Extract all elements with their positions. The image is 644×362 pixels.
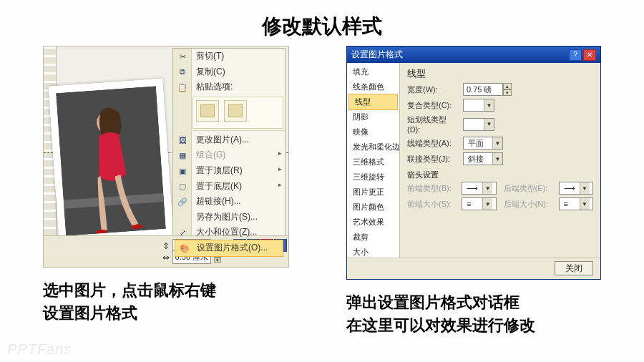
dialog-titlebar: 设置图片格式 ? ✕ [347, 47, 600, 63]
menu-cut[interactable]: ✂ 剪切(T) [173, 49, 285, 64]
sidebar-item-12[interactable]: 大小 [347, 245, 399, 258]
arrow-begin-type-combo[interactable]: ⟶▼ [462, 182, 496, 195]
menu-copy-label: 复制(C) [196, 67, 225, 77]
format-icon: 🎨 [179, 243, 190, 254]
sidebar-item-6[interactable]: 三维格式 [347, 155, 399, 170]
right-caption: 弹出设置图片格式对话框 在这里可以对效果进行修改 [346, 291, 601, 337]
dialog-main-panel: 线型 宽度(W): 0.75 磅 ▴▾ 复合类型(C): ▼ [400, 63, 600, 258]
menu-save-as-picture-label: 另存为图片(S)... [196, 212, 258, 222]
chevron-down-icon[interactable]: ▼ [492, 137, 502, 149]
left-column: ✂ 剪切(T) ⧉ 复制(C) 📋 粘贴选项: 🖼 [43, 46, 289, 337]
spin-up-icon[interactable]: ▴ [503, 83, 512, 89]
compound-type-combo[interactable]: ▼ [463, 99, 494, 112]
left-screenshot: ✂ 剪切(T) ⧉ 复制(C) 📋 粘贴选项: 🖼 [43, 46, 289, 268]
sidebar-item-8[interactable]: 图片更正 [347, 185, 399, 200]
sidebar-item-3[interactable]: 阴影 [347, 109, 399, 124]
cap-type-combo[interactable]: 平面 ▼ [463, 137, 503, 150]
sidebar-item-4[interactable]: 映像 [347, 124, 399, 140]
paste-option-2[interactable] [224, 100, 247, 122]
cap-label: 线端类型(A): [407, 138, 459, 149]
arrow-begin-type-label: 前端类型(B): [407, 183, 454, 194]
menu-send-back-label: 置于底层(K) [196, 181, 242, 191]
menu-hyperlink[interactable]: 🔗 超链接(H)... [173, 194, 285, 210]
arrow-settings-grid: 前端类型(B): ⟶▼ 后端类型(E): ⟶▼ 前端大小(S): ≡▼ 后端大小… [407, 182, 593, 210]
paste-options-panel [192, 97, 283, 129]
menu-group-label: 组合(G) [196, 150, 225, 160]
chevron-right-icon: ▸ [278, 165, 282, 174]
right-column: 设置图片格式 ? ✕ 填充线条颜色线型阴影映像发光和柔化边缘三维格式三维旋转图片… [346, 46, 601, 337]
menu-size-position[interactable]: ⤢ 大小和位置(Z)... [173, 225, 285, 240]
arrow-end-type-combo[interactable]: ⟶▼ [559, 182, 593, 195]
menu-format-picture[interactable]: 🎨 设置图片格式(O)... [175, 240, 283, 257]
chevron-down-icon[interactable]: ▼ [492, 153, 502, 165]
chevron-right-icon: ▸ [278, 181, 282, 190]
close-icon[interactable]: ✕ [583, 49, 596, 61]
paste-option-1[interactable] [196, 100, 219, 122]
send-back-icon: ▢ [177, 181, 188, 192]
menu-paste-label: 粘贴选项: [196, 82, 233, 92]
dialog-footer: 关闭 [347, 258, 600, 279]
picture-icon: 🖼 [177, 134, 188, 146]
menu-bring-front[interactable]: ▣ 置于顶层(R) ▸ [173, 163, 285, 179]
bring-front-icon: ▣ [177, 165, 188, 177]
arrow-end-size-combo[interactable]: ≡▼ [559, 197, 593, 210]
cap-value: 平面 [464, 138, 492, 149]
sidebar-item-1[interactable]: 线条颜色 [347, 79, 399, 94]
menu-change-picture[interactable]: 🖼 更改图片(A)... [173, 132, 285, 148]
close-button[interactable]: 关闭 [555, 261, 593, 275]
sidebar-item-11[interactable]: 裁剪 [347, 230, 399, 245]
arrow-begin-size-combo[interactable]: ≡▼ [462, 197, 496, 210]
dash-type-combo[interactable]: ▼ [463, 118, 494, 131]
width-label: 宽度(W): [407, 84, 459, 95]
arrow-heading: 箭头设置 [407, 170, 593, 180]
scissors-icon: ✂ [177, 51, 188, 62]
panel-heading: 线型 [407, 67, 593, 80]
selected-picture[interactable] [49, 79, 174, 244]
width-icon: ⇔ [162, 253, 170, 263]
menu-copy[interactable]: ⧉ 复制(C) [173, 64, 285, 80]
menu-cut-label: 剪切(T) [196, 51, 224, 61]
sidebar-item-10[interactable]: 艺术效果 [347, 215, 399, 230]
line-width-value[interactable]: 0.75 磅 [463, 83, 503, 96]
line-width-spinner[interactable]: 0.75 磅 ▴▾ [463, 83, 512, 96]
menu-format-picture-label: 设置图片格式(O)... [197, 243, 268, 253]
spin-down-icon[interactable]: ▾ [503, 89, 512, 96]
dialog-title-text: 设置图片格式 [351, 49, 403, 61]
compound-label: 复合类型(C): [407, 100, 459, 111]
size-icon: ⤢ [177, 227, 188, 238]
sidebar-item-0[interactable]: 填充 [347, 64, 399, 79]
menu-paste-header: 📋 粘贴选项: [173, 79, 285, 95]
menu-size-position-label: 大小和位置(Z)... [196, 227, 257, 237]
height-icon: ⇕ [162, 241, 170, 251]
right-caption-line1: 弹出设置图片格式对话框 [346, 291, 601, 314]
watermark: PPTFans [7, 341, 72, 358]
format-picture-dialog: 设置图片格式 ? ✕ 填充线条颜色线型阴影映像发光和柔化边缘三维格式三维旋转图片… [346, 46, 601, 280]
menu-group: ▦ 组合(G) ▸ [173, 147, 285, 163]
arrow-end-size-label: 后端大小(N): [504, 199, 552, 210]
link-icon: 🔗 [177, 196, 188, 207]
chevron-down-icon[interactable]: ▼ [484, 119, 494, 130]
right-caption-line2: 在这里可以对效果进行修改 [346, 314, 601, 337]
sidebar-item-2[interactable]: 线型 [348, 94, 398, 110]
menu-send-back[interactable]: ▢ 置于底层(K) ▸ [173, 179, 285, 195]
context-menu: ✂ 剪切(T) ⧉ 复制(C) 📋 粘贴选项: 🖼 [172, 48, 286, 257]
dialog-sidebar: 填充线条颜色线型阴影映像发光和柔化边缘三维格式三维旋转图片更正图片颜色艺术效果裁… [347, 63, 400, 258]
menu-change-picture-label: 更改图片(A)... [196, 134, 249, 145]
chevron-down-icon[interactable]: ▼ [484, 99, 494, 111]
menu-save-as-picture[interactable]: 另存为图片(S)... [173, 210, 285, 225]
menu-hyperlink-label: 超链接(H)... [196, 196, 241, 206]
help-button[interactable]: ? [569, 49, 582, 61]
left-caption-line2: 设置图片格式 [43, 302, 289, 325]
arrow-begin-size-label: 前端大小(S): [407, 199, 454, 210]
copy-icon: ⧉ [177, 67, 188, 78]
sidebar-item-9[interactable]: 图片颜色 [347, 200, 399, 215]
person-placeholder-icon [56, 86, 166, 235]
arrow-end-type-label: 后端类型(E): [504, 183, 552, 194]
menu-bring-front-label: 置于顶层(R) [196, 165, 243, 175]
join-type-combo[interactable]: 斜接 ▼ [463, 152, 503, 165]
sidebar-item-5[interactable]: 发光和柔化边缘 [347, 140, 399, 155]
left-caption-line1: 选中图片，点击鼠标右键 [43, 279, 289, 302]
join-value: 斜接 [464, 154, 492, 165]
join-label: 联接类型(J): [407, 154, 459, 165]
sidebar-item-7[interactable]: 三维旋转 [347, 170, 399, 185]
